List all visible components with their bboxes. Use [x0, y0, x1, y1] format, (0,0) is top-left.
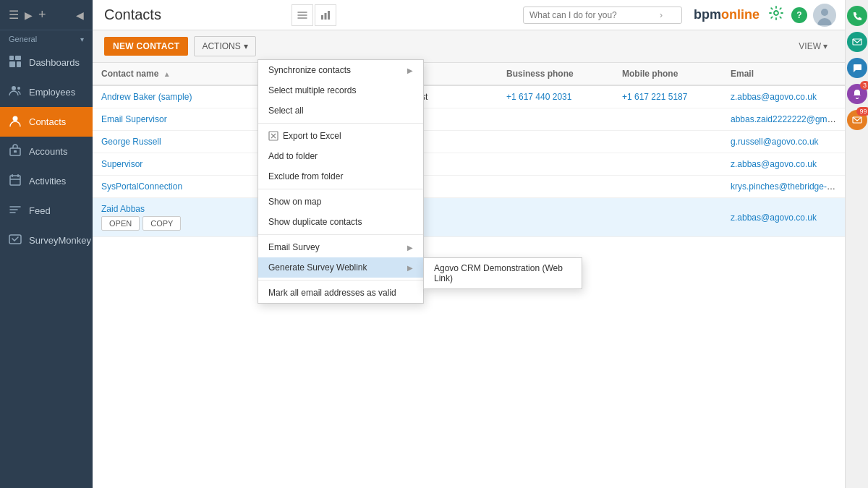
msg-icon-button[interactable]: 99 [847, 110, 867, 130]
contact-link[interactable]: Supervisor [101, 159, 142, 169]
page-title: Contacts [104, 7, 292, 23]
sidebar-item-employees[interactable]: Employees [0, 77, 93, 107]
menu-item-gen-survey[interactable]: Generate Survey Weblink ▶ Agovo CRM Demo… [258, 257, 423, 278]
contact-link[interactable]: Zaid Abbas [101, 204, 145, 214]
email-link[interactable]: z.abbas@agovo.co.uk [731, 159, 817, 169]
actions-dropdown-menu[interactable]: Synchronize contacts ▶ Select multiple r… [258, 59, 424, 304]
view-icon-group [292, 4, 336, 26]
view-label[interactable]: VIEW ▾ [793, 38, 833, 54]
contact-link[interactable]: SysPortalConnection [101, 181, 182, 192]
sidebar-item-feed[interactable]: Feed [0, 196, 93, 226]
phone-icon-button[interactable] [847, 6, 867, 26]
email-link[interactable]: krys.pinches@thebridge-uk.org [731, 181, 845, 192]
collapse-icon[interactable]: ◀ [76, 9, 84, 21]
submenu-arrow-icon: ▶ [407, 244, 413, 252]
chart-view-icon[interactable] [315, 4, 336, 26]
menu-item-export-excel[interactable]: Export to Excel [258, 126, 423, 146]
svg-rect-3 [17, 61, 21, 67]
sidebar-item-contacts[interactable]: Contacts [0, 107, 93, 137]
sidebar-item-accounts[interactable]: Accounts [0, 137, 93, 166]
menu-item-mark-valid[interactable]: Mark all email addresses as valid [258, 283, 423, 303]
svg-point-5 [17, 87, 20, 90]
help-icon[interactable]: ? [791, 7, 807, 23]
add-icon[interactable]: + [38, 7, 46, 22]
search-arrow-icon: › [660, 10, 663, 20]
email-link[interactable]: abbas.zaid2222222@gmail.com [731, 114, 845, 124]
email-icon-button[interactable] [847, 32, 867, 52]
play-icon[interactable]: ▶ [25, 9, 33, 21]
submenu-item-agovo[interactable]: Agovo CRM Demonstration (Web Link) [424, 258, 582, 288]
table-row[interactable]: SysPortalConnection krys.pinches@thebrid… [93, 176, 845, 198]
col-header-mphone[interactable]: Mobile phone [613, 63, 722, 85]
table-row[interactable]: Email Supervisor abbas.zaid2222222@gmail… [93, 108, 845, 131]
table-row[interactable]: Supervisor any z.abbas@agovo.co.uk [93, 153, 845, 176]
menu-item-show-dupes[interactable]: Show duplicate contacts [258, 212, 423, 232]
svg-rect-13 [328, 11, 330, 20]
cell-name: SysPortalConnection [93, 176, 252, 198]
svg-point-14 [774, 11, 778, 15]
email-link[interactable]: z.abbas@agovo.co.uk [731, 92, 817, 102]
search-box[interactable]: › [523, 7, 682, 24]
menu-item-select-all[interactable]: Select all [258, 100, 423, 121]
chat-icon-button[interactable] [847, 58, 867, 78]
menu-item-sync[interactable]: Synchronize contacts ▶ [258, 60, 423, 80]
right-panel: 3 99 [845, 0, 868, 488]
cell-bphone [498, 176, 613, 198]
cell-bphone [498, 131, 613, 153]
col-header-bphone[interactable]: Business phone [498, 63, 613, 85]
svg-rect-12 [324, 13, 326, 20]
table-row[interactable]: Zaid Abbas OPEN COPY z.abbas@agovo.co.uk [93, 198, 845, 237]
contact-link[interactable]: George Russell [101, 137, 161, 147]
menu-item-add-folder[interactable]: Add to folder [258, 146, 423, 166]
accounts-icon [9, 144, 22, 159]
svg-rect-9 [10, 176, 20, 185]
open-button[interactable]: OPEN [101, 216, 140, 231]
sidebar-section-label: General [9, 35, 37, 43]
copy-button[interactable]: COPY [142, 216, 181, 231]
sidebar-item-dashboards[interactable]: Dashboards [0, 48, 93, 77]
cell-name: Email Supervisor [93, 108, 252, 131]
contact-link[interactable]: Email Supervisor [101, 114, 167, 124]
feed-icon [9, 203, 22, 218]
sidebar-section-general[interactable]: General ▾ [0, 30, 93, 48]
cell-name: George Russell [93, 131, 252, 153]
bell-icon-button[interactable]: 3 [847, 84, 867, 104]
col-header-email[interactable]: Email [722, 63, 845, 85]
cell-bphone: +1 617 440 2031 [498, 85, 613, 108]
main-content: Contacts › bpmonline ? [93, 0, 845, 488]
cell-mphone [613, 198, 722, 237]
view-text: VIEW [799, 41, 821, 51]
sidebar-item-activities[interactable]: Activities [0, 166, 93, 196]
user-avatar[interactable] [813, 4, 836, 27]
surveymonkey-icon [9, 233, 22, 248]
msg-badge: 99 [856, 107, 868, 116]
svg-point-15 [817, 18, 832, 25]
table-row[interactable]: George Russell g.russell@agovo.co.uk [93, 131, 845, 153]
hamburger-icon[interactable]: ☰ [9, 8, 19, 22]
new-contact-button[interactable]: NEW CONTACT [104, 37, 188, 56]
menu-item-exclude-folder[interactable]: Exclude from folder [258, 166, 423, 187]
email-link[interactable]: z.abbas@agovo.co.uk [731, 213, 817, 223]
list-view-icon[interactable] [292, 4, 313, 26]
row-actions: OPEN COPY [101, 216, 243, 231]
email-link[interactable]: g.russell@agovo.co.uk [731, 137, 819, 147]
view-arrow-icon: ▾ [823, 41, 827, 51]
cell-bphone [498, 153, 613, 176]
contacts-table: Contact name ▲ Account Job title Busines… [93, 63, 845, 237]
svg-rect-2 [9, 61, 15, 67]
svg-rect-1 [15, 56, 21, 60]
settings-icon[interactable] [768, 5, 784, 25]
contacts-icon [9, 114, 22, 129]
menu-item-email-survey[interactable]: Email Survey ▶ [258, 237, 423, 257]
menu-item-select-multiple[interactable]: Select multiple records [258, 80, 423, 100]
contact-link[interactable]: Andrew Baker (sample) [101, 92, 192, 102]
excel-icon [268, 131, 278, 141]
cell-mphone [613, 131, 722, 153]
menu-item-show-map[interactable]: Show on map [258, 192, 423, 212]
col-header-name[interactable]: Contact name ▲ [93, 63, 252, 85]
actions-button[interactable]: ACTIONS ▾ [194, 36, 255, 56]
table-row[interactable]: Andrew Baker (sample) Specialist +1 617 … [93, 85, 845, 108]
sidebar-item-surveymonkey[interactable]: SurveyMonkey [0, 226, 93, 255]
search-input[interactable] [529, 10, 660, 20]
survey-submenu[interactable]: Agovo CRM Demonstration (Web Link) [423, 257, 582, 289]
